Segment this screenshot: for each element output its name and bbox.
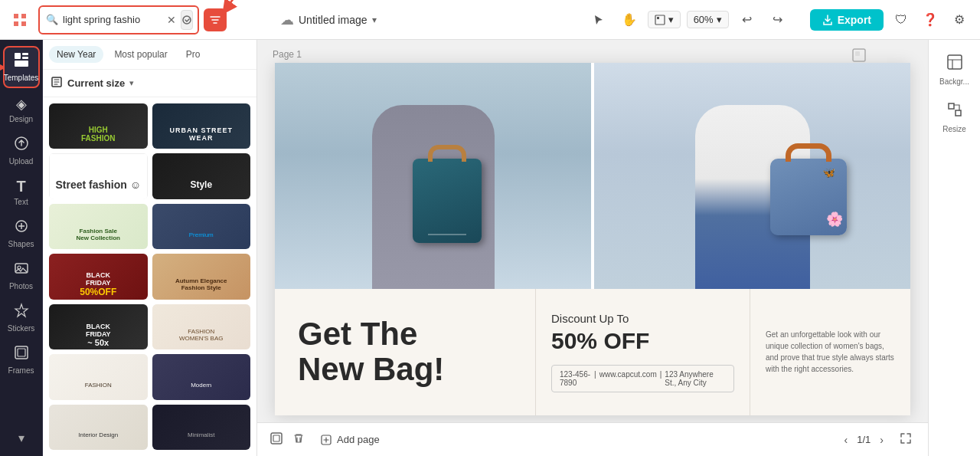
template-item[interactable]: Interior Design — [49, 405, 148, 450]
page-navigation: ‹ 1/1 › — [841, 431, 887, 449]
canvas-description-area: Get an unforgettable look with our uniqu… — [750, 289, 910, 415]
export-button[interactable]: Export — [810, 9, 884, 31]
template-item[interactable]: Autumn EleganceFashion Style — [152, 254, 251, 299]
main-layout: Templates ◈ Design Upload T Text Shapes — [0, 40, 980, 456]
logo-icon[interactable] — [9, 9, 31, 31]
next-page-button[interactable]: › — [877, 431, 887, 449]
search-input[interactable] — [63, 14, 162, 25]
ai-search-button[interactable] — [181, 10, 193, 30]
zoom-chevron-icon: ▾ — [717, 14, 722, 25]
sidebar-item-text[interactable]: T Text — [3, 173, 40, 211]
redo-button[interactable]: ↪ — [766, 8, 790, 32]
sidebar-item-shapes[interactable]: Shapes — [3, 214, 40, 253]
template-thumb: BLACKFRIDAY~ 50x — [49, 304, 148, 349]
hand-tool-button[interactable]: ✋ — [617, 8, 642, 32]
template-item[interactable]: HIGHFASHION Fashion — [49, 103, 148, 149]
resize-panel-item[interactable]: Resize — [933, 95, 976, 139]
undo-button[interactable]: ↩ — [735, 8, 760, 32]
canvas-contact-bar: 123-456-7890 | www.capcut.com | 123 Anyw… — [551, 365, 734, 392]
template-thumb: Interior Design — [49, 405, 148, 450]
size-filter-chevron-icon: ▾ — [129, 78, 134, 88]
tab-most-popular[interactable]: Most popular — [106, 46, 175, 63]
template-item[interactable]: FASHION — [49, 354, 148, 399]
template-thumb: FASHION — [49, 354, 148, 399]
zoom-value: 60% — [694, 14, 714, 25]
size-filter-icon — [51, 76, 63, 90]
template-item[interactable]: URBAN STREETWEAR — [152, 103, 251, 149]
size-filter[interactable]: Current size ▾ — [43, 70, 256, 97]
template-item[interactable]: BLACKFRIDAY~ 50x — [49, 304, 148, 349]
photos-icon — [14, 261, 29, 280]
sidebar-icons: Templates ◈ Design Upload T Text Shapes — [0, 40, 43, 456]
trash-icon[interactable] — [292, 432, 305, 448]
template-item[interactable]: BLACKFRIDAY50%OFF — [49, 254, 148, 299]
help-icon[interactable]: ❓ — [919, 8, 942, 31]
top-bar: 🔍 ✕ ☁ Untitled image ▾ — [0, 0, 980, 40]
template-item[interactable]: FASHIONWOMEN'S BAG — [152, 304, 251, 349]
canvas-bottom-bar: Add page ‹ 1/1 › — [257, 422, 928, 456]
template-item[interactable]: Premium — [152, 204, 251, 249]
fit-to-screen-button[interactable] — [896, 428, 916, 451]
title-chevron-icon[interactable]: ▾ — [372, 15, 377, 25]
svg-rect-1 — [655, 15, 665, 25]
background-panel-item[interactable]: Backgr... — [933, 48, 976, 92]
sidebar-item-design[interactable]: ◈ Design — [3, 91, 40, 128]
document-title-area: ☁ Untitled image ▾ — [280, 11, 377, 28]
sidebar-item-frames[interactable]: Frames — [3, 340, 40, 379]
template-thumb: Fashion SaleNew Collection — [49, 204, 148, 249]
canvas-frame[interactable]: 🌸 🦋 Get The New Bag! — [275, 63, 910, 415]
select-tool-button[interactable] — [586, 8, 611, 32]
sidebar-item-stickers[interactable]: Stickers — [3, 298, 40, 337]
tab-new-year[interactable]: New Year — [49, 46, 103, 63]
page-thumbnail-icon[interactable] — [851, 48, 867, 66]
frames-icon — [14, 345, 29, 364]
svg-rect-12 — [18, 349, 25, 356]
sidebar-item-templates[interactable]: Templates — [3, 46, 40, 88]
search-icon: 🔍 — [46, 14, 58, 25]
canvas-headline-area: Get The New Bag! — [275, 289, 535, 415]
template-item[interactable]: Street fashion ☺ — [49, 153, 148, 198]
size-filter-label: Current size — [67, 77, 125, 89]
prev-page-button[interactable]: ‹ — [841, 431, 851, 449]
template-item[interactable]: Minimalist — [152, 405, 251, 450]
clear-search-button[interactable]: ✕ — [167, 14, 176, 26]
resize-label: Resize — [942, 125, 966, 133]
canvas-image-right: 🌸 🦋 — [594, 63, 910, 289]
zoom-selector[interactable]: 60% ▾ — [687, 11, 729, 28]
shapes-label: Shapes — [8, 240, 34, 248]
frame-icon[interactable] — [270, 431, 283, 448]
template-thumb: Premium — [152, 204, 251, 249]
sidebar-item-upload[interactable]: Upload — [3, 131, 40, 170]
sidebar-item-photos[interactable]: Photos — [3, 256, 40, 295]
canvas-phone: 123-456-7890 — [560, 370, 591, 387]
template-item[interactable]: Fashion SaleNew Collection — [49, 204, 148, 249]
svg-rect-5 — [22, 57, 28, 59]
canvas-images: 🌸 🦋 — [275, 63, 910, 289]
template-item[interactable]: Modern — [152, 354, 251, 399]
svg-rect-16 — [271, 433, 282, 444]
template-thumb: HIGHFASHION Fashion — [49, 103, 148, 149]
document-title[interactable]: Untitled image — [299, 14, 368, 26]
canvas-address: 123 Anywhere St., Any City — [665, 370, 726, 387]
svg-rect-6 — [15, 61, 28, 67]
templates-panel: New Year Most popular Pro Current size ▾… — [43, 40, 257, 456]
settings-icon[interactable]: ⚙ — [948, 8, 971, 31]
text-label: Text — [14, 198, 28, 206]
page-label: Page 1 — [273, 49, 302, 60]
template-item[interactable]: Style — [152, 153, 251, 198]
svg-rect-3 — [15, 53, 21, 59]
canvas-headline: Get The New Bag! — [298, 317, 444, 387]
tab-pro[interactable]: Pro — [178, 46, 208, 63]
layout-selector[interactable]: ▾ — [648, 11, 681, 28]
sidebar-more-button[interactable]: ▾ — [3, 426, 40, 450]
template-thumb: Modern — [152, 354, 251, 399]
canvas-discount-label: Discount Up To — [551, 312, 629, 325]
toolbar-center: ✋ ▾ 60% ▾ ↩ ↪ — [586, 8, 790, 32]
add-page-button[interactable]: Add page — [314, 431, 386, 449]
canvas-wrapper: 🌸 🦋 Get The New Bag! — [257, 40, 928, 422]
svg-rect-17 — [273, 435, 279, 441]
svg-rect-19 — [948, 55, 962, 69]
upload-label: Upload — [9, 157, 34, 166]
shield-icon[interactable]: 🛡 — [890, 8, 913, 31]
stickers-label: Stickers — [8, 324, 35, 333]
